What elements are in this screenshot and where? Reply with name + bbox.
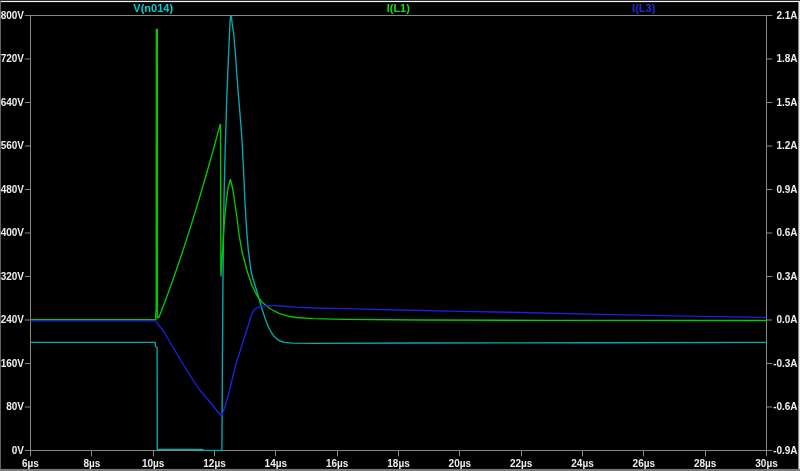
svg-text:V(n014): V(n014): [133, 2, 173, 14]
svg-text:6µs: 6µs: [22, 458, 39, 469]
svg-text:0.6A: 0.6A: [776, 227, 797, 238]
svg-text:16µs: 16µs: [326, 458, 349, 469]
svg-text:-0.9A: -0.9A: [773, 445, 797, 456]
svg-text:I(L3): I(L3): [632, 2, 656, 14]
svg-text:-0.3A: -0.3A: [773, 358, 797, 369]
svg-text:24µs: 24µs: [571, 458, 594, 469]
svg-text:I(L1): I(L1): [387, 2, 411, 14]
svg-text:18µs: 18µs: [387, 458, 410, 469]
svg-text:240V: 240V: [1, 314, 25, 325]
svg-text:640V: 640V: [1, 97, 25, 108]
svg-text:720V: 720V: [1, 53, 25, 64]
svg-text:12µs: 12µs: [203, 458, 226, 469]
svg-text:30µs: 30µs: [755, 458, 778, 469]
svg-text:80V: 80V: [6, 401, 24, 412]
svg-text:8µs: 8µs: [83, 458, 100, 469]
svg-text:480V: 480V: [1, 184, 25, 195]
svg-text:0V: 0V: [12, 445, 25, 456]
svg-text:1.2A: 1.2A: [776, 140, 797, 151]
svg-text:800V: 800V: [1, 10, 25, 21]
svg-text:1.8A: 1.8A: [776, 53, 797, 64]
svg-text:0.9A: 0.9A: [776, 184, 797, 195]
svg-text:0.0A: 0.0A: [776, 314, 797, 325]
svg-text:0.3A: 0.3A: [776, 271, 797, 282]
svg-text:320V: 320V: [1, 271, 25, 282]
svg-text:22µs: 22µs: [510, 458, 533, 469]
svg-text:160V: 160V: [1, 358, 25, 369]
svg-text:10µs: 10µs: [142, 458, 165, 469]
svg-text:20µs: 20µs: [449, 458, 472, 469]
svg-text:26µs: 26µs: [633, 458, 656, 469]
svg-text:2.1A: 2.1A: [776, 10, 797, 21]
svg-text:560V: 560V: [1, 140, 25, 151]
svg-text:400V: 400V: [1, 227, 25, 238]
svg-text:1.5A: 1.5A: [776, 97, 797, 108]
svg-text:28µs: 28µs: [694, 458, 717, 469]
svg-text:14µs: 14µs: [265, 458, 288, 469]
svg-text:-0.6A: -0.6A: [773, 401, 797, 412]
